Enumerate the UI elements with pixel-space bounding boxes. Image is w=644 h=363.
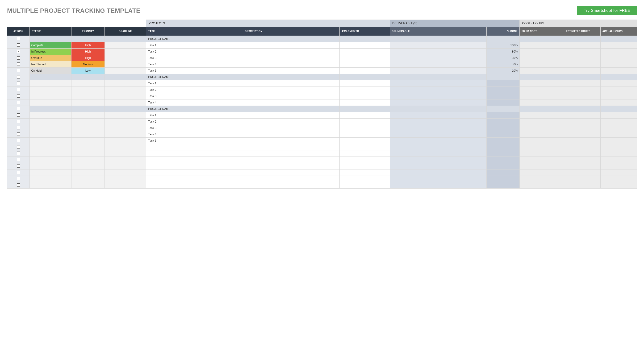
cell[interactable] (486, 150, 520, 157)
cell[interactable] (486, 144, 520, 150)
cell[interactable] (520, 176, 564, 182)
pct-done-cell[interactable] (486, 87, 520, 93)
priority-cell[interactable] (72, 119, 104, 125)
cell[interactable] (600, 182, 637, 189)
cell[interactable] (600, 36, 637, 42)
cell[interactable] (600, 74, 637, 80)
cell[interactable] (390, 176, 487, 182)
cell[interactable] (520, 36, 564, 42)
desc-cell[interactable] (243, 93, 340, 99)
project-name-cell[interactable]: PROJECT NAME (146, 36, 243, 42)
est-hours-cell[interactable] (564, 119, 600, 125)
deadline-cell[interactable] (104, 42, 146, 48)
cell[interactable] (30, 74, 72, 80)
priority-cell[interactable] (72, 131, 104, 138)
deadline-cell[interactable] (104, 119, 146, 125)
cell[interactable] (30, 106, 72, 112)
deadline-cell[interactable] (104, 125, 146, 131)
cell[interactable] (564, 176, 600, 182)
cell[interactable] (600, 106, 637, 112)
at-risk-cell[interactable] (7, 99, 30, 106)
deadline-cell[interactable] (104, 138, 146, 144)
desc-cell[interactable] (243, 125, 340, 131)
fixed-cost-cell[interactable] (520, 87, 564, 93)
deliverable-cell[interactable] (390, 68, 487, 74)
task-cell[interactable]: Task 2 (146, 87, 243, 93)
cell[interactable] (72, 157, 104, 163)
at-risk-cell[interactable] (7, 182, 30, 189)
est-hours-cell[interactable] (564, 87, 600, 93)
cell[interactable] (520, 163, 564, 169)
cell[interactable] (243, 176, 340, 182)
cell[interactable] (104, 36, 146, 42)
est-hours-cell[interactable] (564, 80, 600, 87)
cell[interactable] (243, 163, 340, 169)
assigned-cell[interactable] (340, 131, 390, 138)
status-cell[interactable] (30, 87, 72, 93)
cell[interactable] (340, 163, 390, 169)
pct-done-cell[interactable] (486, 80, 520, 87)
cell[interactable] (72, 36, 104, 42)
fixed-cost-cell[interactable] (520, 131, 564, 138)
cell[interactable] (520, 74, 564, 80)
act-hours-cell[interactable] (600, 42, 637, 48)
cell[interactable] (340, 182, 390, 189)
cell[interactable] (72, 74, 104, 80)
pct-done-cell[interactable]: 10% (486, 68, 520, 74)
cell[interactable] (340, 157, 390, 163)
project-name-cell[interactable]: PROJECT NAME (146, 74, 243, 80)
priority-cell[interactable] (72, 80, 104, 87)
at-risk-cell[interactable] (7, 144, 30, 150)
pct-done-cell[interactable] (486, 119, 520, 125)
cell[interactable] (72, 169, 104, 176)
act-hours-cell[interactable] (600, 99, 637, 106)
deliverable-cell[interactable] (390, 131, 487, 138)
cell[interactable] (564, 144, 600, 150)
cell[interactable] (72, 163, 104, 169)
cell[interactable] (600, 176, 637, 182)
cell[interactable] (390, 182, 487, 189)
fixed-cost-cell[interactable] (520, 42, 564, 48)
act-hours-cell[interactable] (600, 112, 637, 119)
deadline-cell[interactable] (104, 80, 146, 87)
cell[interactable] (564, 106, 600, 112)
at-risk-cell[interactable] (7, 74, 30, 80)
est-hours-cell[interactable] (564, 55, 600, 61)
cell[interactable] (600, 163, 637, 169)
status-cell[interactable]: In Progress (30, 48, 72, 55)
cell[interactable] (340, 150, 390, 157)
assigned-cell[interactable] (340, 99, 390, 106)
desc-cell[interactable] (243, 80, 340, 87)
cell[interactable] (564, 157, 600, 163)
deliverable-cell[interactable] (390, 61, 487, 68)
task-cell[interactable]: Task 5 (146, 138, 243, 144)
cell[interactable] (486, 163, 520, 169)
cell[interactable] (243, 169, 340, 176)
fixed-cost-cell[interactable] (520, 93, 564, 99)
deadline-cell[interactable] (104, 68, 146, 74)
priority-cell[interactable] (72, 93, 104, 99)
assigned-cell[interactable] (340, 42, 390, 48)
fixed-cost-cell[interactable] (520, 68, 564, 74)
priority-cell[interactable]: Low (72, 68, 104, 74)
task-cell[interactable]: Task 1 (146, 42, 243, 48)
at-risk-cell[interactable] (7, 87, 30, 93)
cell[interactable] (390, 144, 487, 150)
task-cell[interactable]: Task 2 (146, 48, 243, 55)
priority-cell[interactable] (72, 99, 104, 106)
cell[interactable] (104, 176, 146, 182)
est-hours-cell[interactable] (564, 138, 600, 144)
task-cell[interactable]: Task 3 (146, 125, 243, 131)
cell[interactable] (390, 163, 487, 169)
pct-done-cell[interactable] (486, 125, 520, 131)
priority-cell[interactable] (72, 112, 104, 119)
at-risk-cell[interactable] (7, 61, 30, 68)
cell[interactable] (104, 106, 146, 112)
cell[interactable] (340, 74, 390, 80)
deliverable-cell[interactable] (390, 55, 487, 61)
act-hours-cell[interactable] (600, 131, 637, 138)
cell[interactable] (486, 169, 520, 176)
est-hours-cell[interactable] (564, 112, 600, 119)
cell[interactable] (520, 169, 564, 176)
priority-cell[interactable]: High (72, 48, 104, 55)
